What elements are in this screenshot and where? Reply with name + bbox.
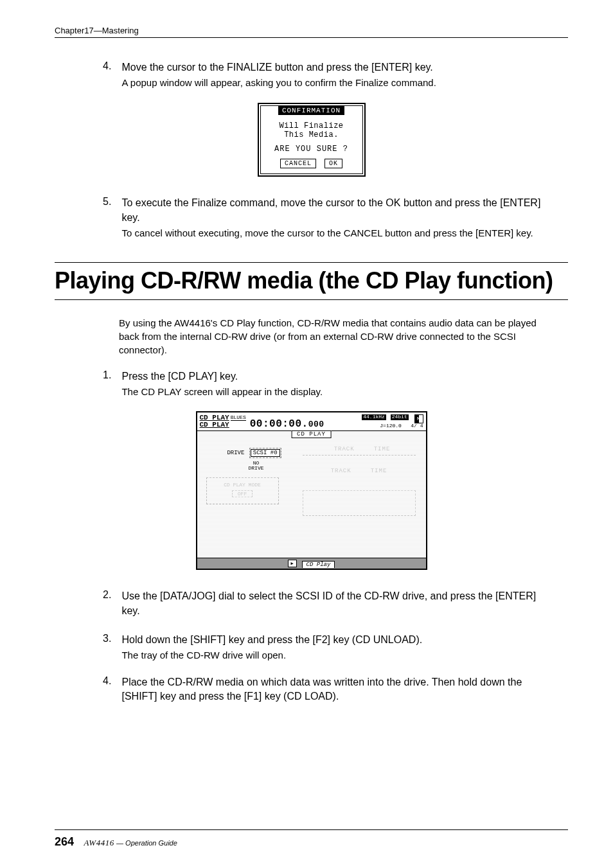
footer-icon: ▶	[288, 560, 297, 567]
sample-rate-tag: 44.1kHz	[362, 414, 386, 420]
dialog-message-line2: This Media.	[263, 130, 360, 139]
cancel-button[interactable]: CANCEL	[280, 159, 316, 168]
bit-depth-tag: 24bit	[391, 414, 409, 420]
step-instruction: Move the cursor to the FINALIZE button a…	[121, 60, 546, 75]
guide-label: — Operation Guide	[116, 839, 177, 847]
step-detail: A popup window will appear, asking you t…	[121, 76, 546, 89]
song-name: BLUES	[231, 414, 246, 421]
step-5: 5. To execute the Finalize command, move…	[103, 196, 568, 240]
track-column-header: TRACK	[334, 446, 355, 452]
no-drive-label: NODRIVE	[210, 461, 303, 471]
tempo-value: J=120.0	[380, 423, 402, 429]
cd-play-screen-figure: CD PLAY CD PLAY BLUES 00:00:00.000 44.1k…	[55, 411, 568, 570]
step-instruction: To execute the Finalize command, move th…	[121, 196, 546, 225]
screen-title-bottom: CD PLAY	[200, 421, 229, 429]
dialog-message-line1: Will Finalize	[263, 121, 360, 130]
time-sig-value: 4/ 4	[411, 423, 423, 429]
step-number: 5.	[103, 196, 119, 208]
step-detail: To cancel without executing, move the cu…	[121, 227, 546, 240]
track-detail-area	[303, 490, 416, 516]
step-number: 3.	[103, 633, 119, 644]
chapter-header: Chapter17—Mastering	[55, 26, 568, 38]
dialog-title: CONFIRMATION	[278, 106, 344, 115]
time-column-header: TIME	[374, 446, 391, 452]
footer-tab[interactable]: CD Play	[302, 561, 335, 568]
step-instruction: Place the CD-R/RW media on which data wa…	[121, 675, 546, 704]
step-instruction: Use the [DATA/JOG] dial to select the SC…	[121, 589, 546, 618]
section-intro: By using the AW4416's CD Play function, …	[119, 316, 543, 357]
section-heading: Playing CD-R/RW media (the CD Play funct…	[55, 262, 568, 299]
step-instruction: Press the [CD PLAY] key.	[121, 369, 546, 384]
step-b1: 1. Press the [CD PLAY] key. The CD PLAY …	[103, 369, 568, 399]
dialog-question: ARE YOU SURE ?	[261, 145, 362, 154]
page-number: 264	[55, 835, 74, 848]
step-number: 4.	[103, 60, 119, 72]
step-detail: The CD PLAY screen will appear in the di…	[121, 385, 546, 398]
mono-stereo-icon: M	[414, 414, 423, 423]
step-number: 2.	[103, 589, 119, 601]
product-name: AW4416	[84, 838, 114, 847]
mode-off-button[interactable]: OFF	[232, 490, 253, 497]
step-b2: 2. Use the [DATA/JOG] dial to select the…	[103, 589, 568, 620]
drive-label: DRIVE	[227, 450, 244, 456]
timecode: 00:00:00.000	[250, 419, 324, 429]
ok-button[interactable]: OK	[324, 159, 342, 168]
cd-play-mode-box: CD PLAY MODE OFF	[206, 477, 279, 504]
step-4: 4. Move the cursor to the FINALIZE butto…	[103, 60, 568, 90]
scsi-select[interactable]: SCSI #0	[249, 448, 281, 458]
step-instruction: Hold down the [SHIFT] key and press the …	[121, 633, 546, 647]
step-detail: The tray of the CD-RW drive will open.	[121, 649, 546, 662]
step-b3: 3. Hold down the [SHIFT] key and press t…	[103, 633, 568, 662]
step-number: 4.	[103, 675, 119, 687]
page-footer: 264 AW4416 — Operation Guide	[55, 829, 568, 849]
confirmation-dialog-figure: CONFIRMATION Will Finalize This Media. A…	[55, 103, 568, 177]
screen-tab: CD PLAY	[291, 430, 332, 438]
track-list-area: TRACK TIME	[303, 455, 416, 488]
step-number: 1.	[103, 369, 119, 381]
step-b4: 4. Place the CD-R/RW media on which data…	[103, 675, 568, 706]
